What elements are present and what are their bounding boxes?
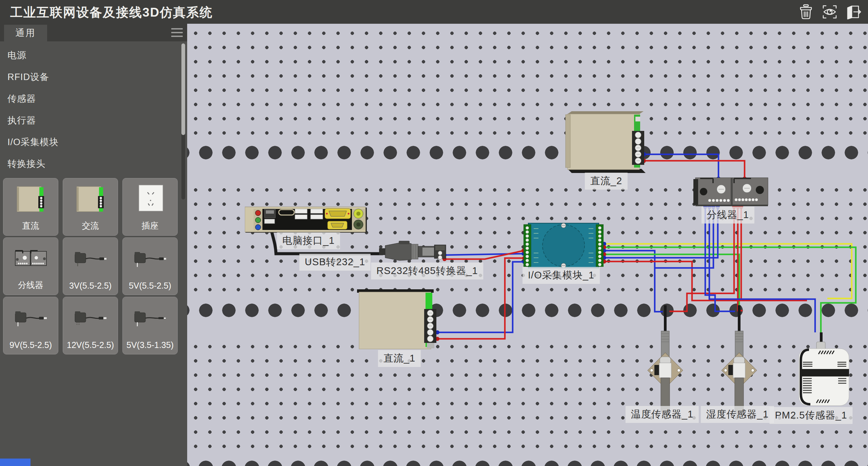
device-pm25-sensor[interactable] <box>797 332 851 410</box>
wire-yellow <box>604 244 852 298</box>
sidebar-tab-row: 通用 <box>0 24 187 41</box>
sidebar-scrollbar[interactable] <box>181 43 185 199</box>
header-toolbar <box>796 2 863 21</box>
tile-label: 3V(5.5-2.5) <box>69 281 112 291</box>
sidebar-item-adapter[interactable]: 转换接头 <box>0 153 176 175</box>
device-dc-power-1[interactable] <box>357 289 438 353</box>
tile-label: 直流 <box>22 220 39 231</box>
wire-blue <box>604 251 663 312</box>
splitter-thumbnail <box>3 238 58 279</box>
device-pc-interface[interactable] <box>245 206 368 235</box>
tile-adapter-12v[interactable]: 12V(5.5-2.5) <box>63 297 118 354</box>
socket-thumbnail <box>123 178 177 220</box>
sidebar-scrollbar-thumb[interactable] <box>181 43 185 135</box>
device-io-module[interactable] <box>524 222 604 271</box>
device-label-splitter: 分线器_1 <box>702 207 754 224</box>
tile-ac-power[interactable]: 交流 <box>63 178 118 236</box>
device-label-usb232: USB转232_1 <box>299 254 371 271</box>
tile-label: 12V(5.5-2.5) <box>67 340 114 350</box>
sidebar-item-power[interactable]: 电源 <box>0 44 176 66</box>
tile-label: 分线器 <box>18 279 43 291</box>
dc-power-thumbnail <box>3 178 58 220</box>
device-label-rs232-485: RS232转485转换器_1 <box>371 263 483 279</box>
wiring-canvas-3d[interactable]: 电脑接口_1 USB转232_1 RS232转485转换器_1 I/O采集模块_… <box>187 24 868 466</box>
sidebar-item-sensor[interactable]: 传感器 <box>0 88 176 110</box>
device-splitter[interactable] <box>693 176 772 209</box>
exit-logout-icon[interactable] <box>844 2 863 21</box>
device-label-humidity-sensor: 湿度传感器_1 <box>701 406 774 423</box>
tile-label: 插座 <box>142 220 159 231</box>
tile-adapter-5v[interactable]: 5V(5.5-2.5) <box>122 237 178 295</box>
adapter-thumbnail <box>123 297 177 340</box>
view-focus-eye-icon[interactable] <box>820 2 840 21</box>
tile-splitter[interactable]: 分线器 <box>3 237 58 295</box>
app-title: 工业互联网设备及接线3D仿真系统 <box>10 0 213 25</box>
component-sidebar: 通用 电源 RFID设备 传感器 执行器 I/O采集模块 转换接头 <box>0 24 187 466</box>
device-label-dc-2: 直流_2 <box>585 173 628 190</box>
tile-socket[interactable]: 插座 <box>122 178 178 236</box>
adapter-thumbnail <box>123 238 177 281</box>
tile-dc-power[interactable]: 直流 <box>3 178 58 236</box>
adapter-thumbnail <box>3 297 58 340</box>
device-temperature-sensor[interactable] <box>645 305 686 422</box>
device-humidity-sensor[interactable] <box>719 305 760 422</box>
sidebar-item-actuator[interactable]: 执行器 <box>0 110 176 131</box>
category-menu: 电源 RFID设备 传感器 执行器 I/O采集模块 转换接头 <box>0 44 176 175</box>
adapter-thumbnail <box>63 238 118 281</box>
tile-label: 交流 <box>82 220 99 231</box>
device-label-pc-interface: 电脑接口_1 <box>277 232 340 249</box>
device-label-temp-sensor: 温度传感器_1 <box>626 406 699 423</box>
tile-adapter-5v-small[interactable]: 5V(3.5-1.35) <box>122 297 178 354</box>
device-label-io-module: I/O采集模块_1 <box>522 267 600 284</box>
tile-adapter-3v[interactable]: 3V(5.5-2.5) <box>63 237 118 295</box>
adapter-thumbnail <box>63 297 118 340</box>
tile-label: 9V(5.5-2.5) <box>9 340 52 350</box>
sidebar-item-io-module[interactable]: I/O采集模块 <box>0 131 176 153</box>
component-tile-grid: 直流 交流 <box>3 178 185 354</box>
sidebar-item-rfid[interactable]: RFID设备 <box>0 66 176 88</box>
delete-trash-icon[interactable] <box>796 2 816 21</box>
wire-green <box>604 254 739 310</box>
device-label-dc-1: 直流_1 <box>378 350 421 367</box>
device-dc-power-2[interactable] <box>565 111 646 175</box>
tile-label: 5V(5.5-2.5) <box>129 281 171 291</box>
tile-label: 5V(3.5-1.35) <box>126 340 174 350</box>
device-label-pm25-sensor: PM2.5传感器_1 <box>769 407 852 424</box>
ac-power-thumbnail <box>63 178 118 220</box>
bottom-left-blue-strip <box>0 459 31 466</box>
app-header: 工业互联网设备及接线3D仿真系统 <box>0 0 868 24</box>
tile-adapter-9v[interactable]: 9V(5.5-2.5) <box>3 297 58 354</box>
tab-general[interactable]: 通用 <box>4 25 47 41</box>
menu-hamburger-icon[interactable] <box>171 28 183 37</box>
device-usb232-converter[interactable] <box>379 241 447 264</box>
